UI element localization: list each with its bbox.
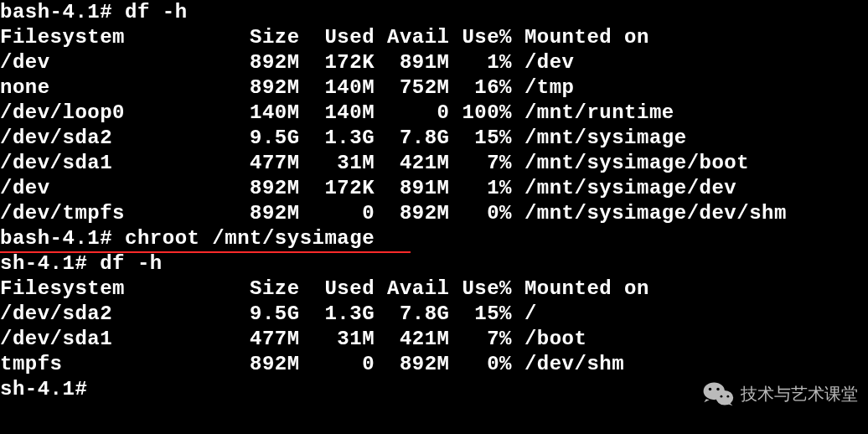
watermark-text: 技术与艺术课堂: [741, 383, 858, 406]
watermark: 技术与艺术课堂: [702, 380, 858, 407]
prompt-line: sh-4.1# df -h: [0, 251, 868, 276]
prompt-line: bash-4.1# chroot /mnt/sysimage: [0, 226, 868, 251]
terminal-output[interactable]: bash-4.1# df -hFilesystem Size Used Avai…: [0, 0, 868, 402]
output-line: tmpfs 892M 0 892M 0% /dev/shm: [0, 352, 868, 377]
output-line: /dev/sda2 9.5G 1.3G 7.8G 15% /mnt/sysima…: [0, 126, 868, 151]
output-line: Filesystem Size Used Avail Use% Mounted …: [0, 276, 868, 302]
svg-point-2: [709, 388, 711, 390]
output-line: none 892M 140M 752M 16% /tmp: [0, 75, 868, 101]
shell-command: df -h: [100, 252, 163, 275]
output-line: /dev 892M 172K 891M 1% /dev: [0, 50, 868, 75]
svg-point-5: [726, 395, 729, 398]
output-line: /dev/loop0 140M 140M 0 100% /mnt/runtime: [0, 101, 868, 126]
svg-point-1: [716, 390, 734, 405]
prompt-line: bash-4.1# df -h: [0, 0, 868, 25]
shell-command: chroot /mnt/sysimage: [125, 227, 375, 250]
output-line: Filesystem Size Used Avail Use% Mounted …: [0, 25, 868, 50]
output-line: /dev/tmpfs 892M 0 892M 0% /mnt/sysimage/…: [0, 201, 868, 226]
shell-prompt: bash-4.1#: [0, 227, 125, 250]
svg-point-3: [716, 388, 719, 390]
wechat-icon: [702, 380, 734, 407]
svg-point-4: [721, 395, 723, 398]
shell-prompt: bash-4.1#: [0, 1, 125, 23]
output-line: /dev/sda1 477M 31M 421M 7% /mnt/sysimage…: [0, 151, 868, 176]
shell-command: df -h: [125, 1, 188, 23]
output-line: /dev/sda2 9.5G 1.3G 7.8G 15% /: [0, 302, 868, 327]
output-line: /dev/sda1 477M 31M 421M 7% /boot: [0, 327, 868, 352]
shell-prompt: sh-4.1#: [0, 252, 100, 275]
shell-prompt: sh-4.1#: [0, 378, 100, 400]
output-line: /dev 892M 172K 891M 1% /mnt/sysimage/dev: [0, 176, 868, 201]
